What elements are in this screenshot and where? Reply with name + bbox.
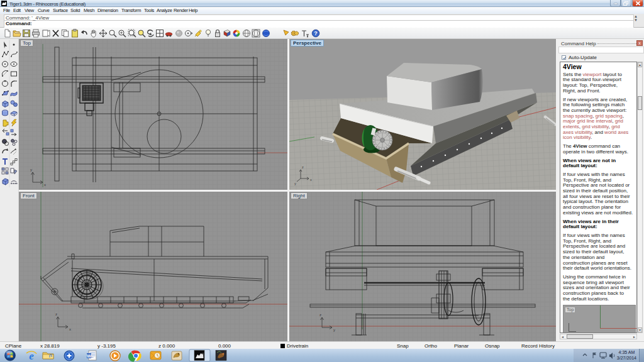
svg-text:y: y: [30, 168, 32, 172]
svg-text:z: z: [302, 165, 304, 169]
svg-text:x: x: [69, 327, 71, 331]
svg-text:y: y: [294, 182, 296, 185]
svg-text:?: ?: [314, 30, 318, 36]
svg-text:x: x: [310, 178, 312, 182]
svg-text:z: z: [55, 312, 57, 316]
svg-text:y: y: [333, 328, 335, 332]
svg-text:x: x: [44, 183, 46, 187]
svg-text:z: z: [319, 313, 321, 317]
svg-text:W: W: [87, 353, 92, 359]
